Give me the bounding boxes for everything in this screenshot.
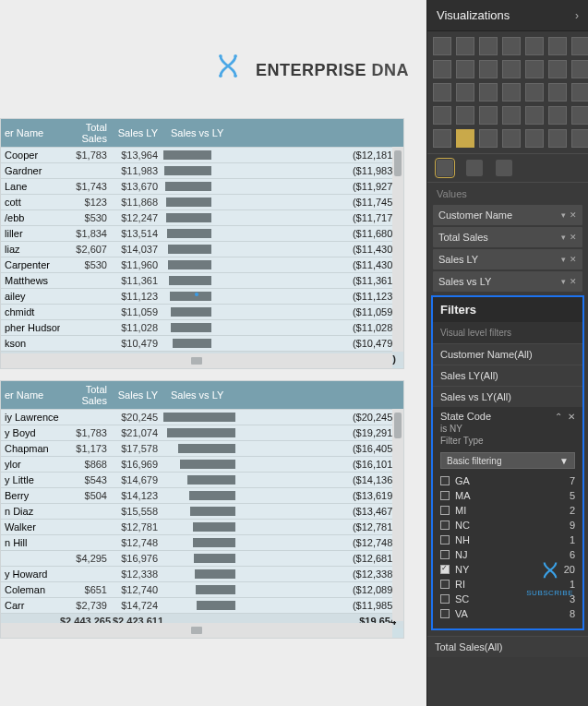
viz-type-icon[interactable] [525, 129, 544, 148]
viz-type-icon[interactable] [571, 129, 588, 148]
viz-type-icon[interactable] [548, 129, 567, 148]
viz-type-icon[interactable] [502, 129, 521, 148]
subscribe-badge[interactable]: SUBSCRIBE [526, 559, 573, 597]
viz-type-icon[interactable] [456, 129, 474, 148]
viz-type-icon[interactable] [571, 106, 588, 125]
checkbox[interactable] [440, 535, 450, 544]
filter-item[interactable]: Sales LY(All) [433, 365, 582, 386]
field-well-item[interactable]: Total Sales▾✕ [433, 227, 582, 247]
viz-type-icon[interactable] [479, 37, 498, 55]
table-row: Carr$2,739$14,724($11,985) [1, 597, 403, 613]
viz-type-icon[interactable] [479, 60, 498, 78]
viz-type-icon[interactable] [479, 129, 498, 148]
viz-type-icon[interactable] [525, 106, 544, 125]
table-row: cott$123$11,868($11,745) [1, 194, 403, 209]
filter-checkbox-row[interactable]: MI2 [440, 503, 575, 518]
viz-type-icon[interactable] [456, 83, 474, 102]
chevron-down-icon[interactable]: ▾ [561, 233, 566, 242]
checkbox[interactable] [440, 609, 450, 618]
horizontal-scrollbar[interactable] [1, 623, 392, 638]
viz-type-icon[interactable] [525, 60, 544, 78]
logo-text: ENTERPRISE DNA [256, 61, 409, 80]
vertical-scrollbar[interactable] [392, 147, 403, 352]
vertical-scrollbar[interactable] [392, 409, 403, 621]
horizontal-scrollbar[interactable] [1, 353, 392, 368]
filter-checkbox-row[interactable]: VA8 [440, 606, 575, 621]
viz-type-icon[interactable] [502, 83, 521, 102]
checkbox[interactable] [440, 506, 450, 515]
table-visual-bottom[interactable]: er Name Total Sales Sales LY Sales vs LY… [0, 380, 404, 639]
viz-type-icon[interactable] [525, 37, 544, 55]
field-well-item[interactable]: Sales vs LY▾✕ [433, 271, 582, 292]
clear-filter-icon[interactable]: ✕ [568, 412, 575, 422]
filter-type-select[interactable]: Basic filtering ▼ [440, 452, 575, 469]
table-visual-top[interactable]: er Name Total Sales Sales LY Sales vs LY… [0, 118, 404, 369]
field-well-item[interactable]: Sales LY▾✕ [433, 249, 582, 269]
table-row: Matthews$11,361($11,361) [1, 272, 403, 288]
checkbox[interactable] [440, 580, 450, 589]
table-row: Cooper$1,783$13,964($12,181) [1, 147, 403, 162]
viz-type-icon[interactable] [456, 60, 474, 78]
chevron-right-icon[interactable]: › [575, 9, 579, 22]
viz-type-icon[interactable] [479, 106, 498, 125]
filter-item[interactable]: Total Sales(All) [427, 636, 588, 657]
checkbox[interactable] [440, 476, 450, 485]
viz-type-icon[interactable] [502, 60, 521, 78]
viz-type-icon[interactable] [548, 37, 567, 55]
checkbox[interactable] [440, 550, 450, 559]
remove-field-icon[interactable]: ✕ [570, 255, 577, 264]
viz-type-icon[interactable] [433, 106, 451, 125]
chevron-down-icon[interactable]: ▾ [561, 210, 566, 220]
viz-type-icon[interactable] [571, 60, 588, 78]
fields-tab-icon[interactable] [437, 160, 453, 176]
viz-type-icon[interactable] [502, 106, 521, 125]
filters-pane: Filters Visual level filters Customer Na… [431, 295, 584, 630]
viz-type-icon[interactable] [456, 106, 474, 125]
viz-type-icon[interactable] [433, 129, 451, 148]
svg-point-1 [234, 54, 237, 58]
visualization-gallery[interactable] [427, 31, 588, 153]
svg-point-0 [219, 54, 222, 58]
filter-item[interactable]: Sales vs LY(All) [433, 386, 582, 407]
filter-checkbox-row[interactable]: NC9 [440, 518, 575, 532]
viz-type-icon[interactable] [502, 37, 521, 55]
filter-checkbox-row[interactable]: GA7 [440, 473, 575, 488]
viz-type-icon[interactable] [433, 83, 451, 102]
filter-item[interactable]: Customer Name(All) [433, 343, 582, 365]
remove-field-icon[interactable]: ✕ [570, 210, 577, 220]
remove-field-icon[interactable]: ✕ [570, 277, 577, 286]
viz-type-icon[interactable] [433, 60, 451, 78]
viz-type-icon[interactable] [571, 83, 588, 102]
chevron-down-icon[interactable]: ▾ [561, 277, 566, 286]
format-tab-icon[interactable] [466, 160, 483, 176]
checkbox[interactable] [440, 491, 450, 500]
report-canvas[interactable]: ENTERPRISE DNA er Name Total Sales Sales… [0, 0, 426, 706]
filters-title: Filters [433, 297, 582, 322]
table-row: pher Hudson$11,028($11,028) [1, 319, 403, 335]
analytics-tab-icon[interactable] [496, 160, 512, 176]
visualizations-pane-header[interactable]: Visualizations › [427, 0, 588, 31]
remove-field-icon[interactable]: ✕ [570, 233, 577, 242]
checkbox[interactable] [440, 521, 450, 530]
field-well-item[interactable]: Customer Name▾✕ [433, 205, 582, 225]
filter-checkbox-row[interactable]: NH1 [440, 532, 575, 547]
viz-type-icon[interactable] [548, 60, 567, 78]
viz-type-icon[interactable] [456, 37, 474, 55]
state-code-filter[interactable]: State Code ⌃ ✕ is NY Filter Type [433, 407, 582, 449]
table-row: chmidt$11,059($11,059) [1, 304, 403, 319]
viz-type-icon[interactable] [548, 106, 567, 125]
checkbox[interactable] [440, 594, 450, 604]
viz-type-icon[interactable] [548, 83, 567, 102]
viz-type-icon[interactable] [525, 83, 544, 102]
viz-type-icon[interactable] [571, 37, 588, 55]
collapse-icon[interactable]: ⌃ [555, 412, 562, 422]
dna-icon [211, 54, 245, 87]
checkbox[interactable] [440, 565, 450, 574]
filter-checkbox-row[interactable]: MA5 [440, 488, 575, 503]
viz-type-icon[interactable] [433, 37, 451, 55]
viz-type-icon[interactable] [479, 83, 498, 102]
table-header: er Name Total Sales Sales LY Sales vs LY [1, 119, 403, 147]
table-row: n Diaz$15,558($13,467) [1, 503, 403, 519]
chevron-down-icon[interactable]: ▾ [561, 255, 566, 264]
table-row: iy Lawrence$20,245($20,245) [1, 409, 403, 425]
